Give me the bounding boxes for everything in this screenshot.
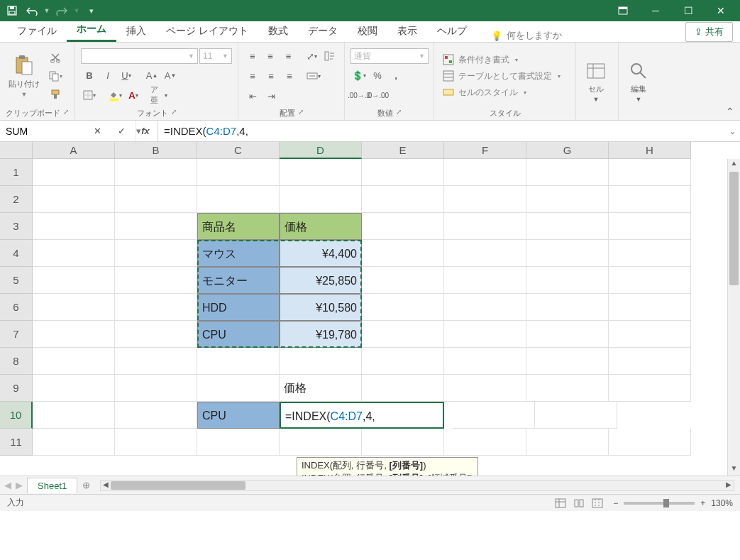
horizontal-scrollbar[interactable]: ◀ ▶ xyxy=(100,480,734,491)
cell-B2[interactable] xyxy=(115,186,197,213)
increase-decimal-button[interactable]: .00→.0 xyxy=(350,87,368,104)
grid-body[interactable]: 1 2 3商品名価格 4マウス¥4,400 5モニター¥25,850 6HDD¥… xyxy=(0,159,740,476)
cell-F8[interactable] xyxy=(444,348,526,375)
cell-F11[interactable] xyxy=(444,429,526,456)
cell-D1[interactable] xyxy=(280,159,362,186)
cell-B6[interactable] xyxy=(115,294,197,321)
qat-customize[interactable]: ▾ xyxy=(82,2,101,19)
cell-C9[interactable] xyxy=(197,375,280,402)
row-header-8[interactable]: 8 xyxy=(0,348,33,375)
name-box[interactable]: ▾ xyxy=(0,121,85,141)
cell-styles-button[interactable]: セルのスタイル▾ xyxy=(440,85,570,100)
cell-H8[interactable] xyxy=(609,348,691,375)
undo-button[interactable] xyxy=(23,2,41,19)
row-header-4[interactable]: 4 xyxy=(0,240,33,267)
save-icon[interactable] xyxy=(3,2,21,19)
function-tooltip[interactable]: INDEX(配列, 行番号, [列番号]) INDEX(参照, 行番号, [列番… xyxy=(297,457,478,476)
expand-formula-bar[interactable]: ⌄ xyxy=(724,121,740,141)
tab-home[interactable]: ホーム xyxy=(67,18,116,42)
cell-H4[interactable] xyxy=(609,240,691,267)
decrease-indent-button[interactable]: ⇤ xyxy=(244,87,261,104)
cut-button[interactable] xyxy=(47,49,64,66)
zoom-slider[interactable] xyxy=(624,502,695,505)
cell-E3[interactable] xyxy=(362,213,444,240)
cell-G11[interactable] xyxy=(526,429,609,456)
row-header-5[interactable]: 5 xyxy=(0,267,33,294)
accounting-format-button[interactable]: 💲▾ xyxy=(350,67,368,84)
cancel-formula-button[interactable]: ✕ xyxy=(85,121,109,141)
cell-C3[interactable]: 商品名 xyxy=(197,213,280,240)
zoom-thumb[interactable] xyxy=(663,499,669,507)
tab-help[interactable]: ヘルプ xyxy=(427,21,477,42)
sheet-tab-1[interactable]: Sheet1 xyxy=(27,478,77,493)
cell-G1[interactable] xyxy=(526,159,609,186)
align-center-button[interactable]: ≡ xyxy=(263,67,280,84)
cell-B3[interactable] xyxy=(115,213,197,240)
clipboard-launcher[interactable]: ⤢ xyxy=(63,108,69,119)
paste-button[interactable]: 貼り付け ▼ xyxy=(6,45,43,106)
cell-B8[interactable] xyxy=(115,348,197,375)
decrease-decimal-button[interactable]: .0→.00 xyxy=(369,87,386,104)
cell-E9[interactable] xyxy=(362,375,444,402)
font-launcher[interactable]: ⤢ xyxy=(171,108,177,119)
cell-D7[interactable]: ¥19,780 xyxy=(280,321,362,348)
cell-F1[interactable] xyxy=(444,159,526,186)
cell-G6[interactable] xyxy=(526,294,609,321)
cells-button[interactable]: セル ▼ xyxy=(582,45,610,117)
cell-E6[interactable] xyxy=(362,294,444,321)
scroll-right-arrow[interactable]: ▶ xyxy=(724,481,734,490)
col-header-F[interactable]: F xyxy=(444,142,526,159)
cell-C6[interactable]: HDD xyxy=(197,294,280,321)
wrap-text-button[interactable] xyxy=(322,48,338,65)
col-header-H[interactable]: H xyxy=(609,142,691,159)
cell-C5[interactable]: モニター xyxy=(197,267,280,294)
cell-C11[interactable] xyxy=(197,429,280,456)
cell-A8[interactable] xyxy=(33,348,115,375)
copy-button[interactable]: ▾ xyxy=(47,67,64,84)
page-layout-view-button[interactable] xyxy=(570,496,587,510)
phonetic-button[interactable]: ア亜 ▾ xyxy=(150,87,167,104)
cell-D8[interactable] xyxy=(280,348,362,375)
zoom-out-button[interactable]: − xyxy=(613,498,618,508)
hscroll-thumb[interactable] xyxy=(111,481,245,490)
row-header-10[interactable]: 10 xyxy=(0,402,33,429)
decrease-font-button[interactable]: A▼ xyxy=(162,67,179,84)
cell-G3[interactable] xyxy=(526,213,609,240)
cell-D9[interactable]: 価格 xyxy=(280,375,362,402)
sheet-nav-next[interactable]: ▶ xyxy=(16,480,23,490)
col-header-D[interactable]: D xyxy=(280,142,362,159)
ribbon-display-options[interactable] xyxy=(607,0,639,21)
sheet-nav-prev[interactable]: ◀ xyxy=(4,480,11,490)
cell-F10[interactable] xyxy=(444,402,453,429)
cell-E7[interactable] xyxy=(362,321,444,348)
redo-button[interactable] xyxy=(53,2,71,19)
cell-A7[interactable] xyxy=(33,321,115,348)
number-format-combo[interactable]: 通貨▼ xyxy=(350,48,429,64)
tab-insert[interactable]: 挿入 xyxy=(116,21,156,42)
maximize-button[interactable]: ☐ xyxy=(672,0,705,21)
cell-H6[interactable] xyxy=(609,294,691,321)
cell-D5[interactable]: ¥25,850 xyxy=(280,267,362,294)
cell-B5[interactable] xyxy=(115,267,197,294)
cell-C7[interactable]: CPU xyxy=(197,321,280,348)
row-header-1[interactable]: 1 xyxy=(0,159,33,186)
cell-A11[interactable] xyxy=(33,429,115,456)
cell-D10[interactable]: =INDEX(C4:D7,4, xyxy=(280,402,444,429)
cell-A5[interactable] xyxy=(33,267,115,294)
row-header-11[interactable]: 11 xyxy=(0,429,33,456)
scroll-up-arrow[interactable]: ▲ xyxy=(728,159,740,170)
cell-A4[interactable] xyxy=(33,240,115,267)
cell-F9[interactable] xyxy=(444,375,526,402)
editing-button[interactable]: 編集 ▼ xyxy=(624,45,653,117)
cell-H11[interactable] xyxy=(609,429,691,456)
cell-D4[interactable]: ¥4,400 xyxy=(280,240,362,267)
cell-B9[interactable] xyxy=(115,375,197,402)
percent-format-button[interactable]: % xyxy=(369,67,386,84)
col-header-G[interactable]: G xyxy=(526,142,609,159)
cell-E5[interactable] xyxy=(362,267,444,294)
cell-B7[interactable] xyxy=(115,321,197,348)
cell-F5[interactable] xyxy=(444,267,526,294)
share-button[interactable]: ⇪ 共有 xyxy=(685,22,733,42)
cell-H1[interactable] xyxy=(609,159,691,186)
cell-H9[interactable] xyxy=(609,375,691,402)
